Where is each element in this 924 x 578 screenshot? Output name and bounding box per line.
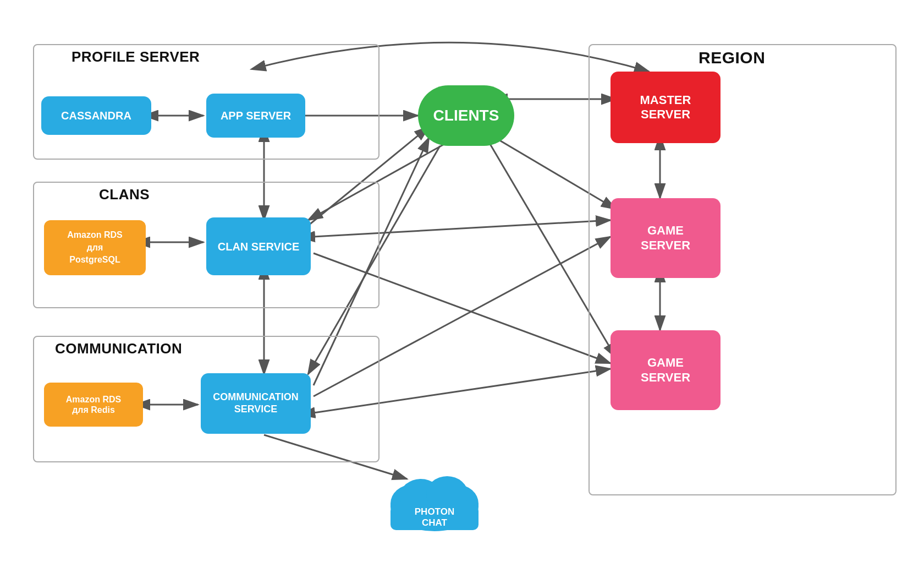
clan-service-node: CLAN SERVICE — [206, 217, 311, 275]
clans-title: CLANS — [99, 186, 150, 203]
profile-server-title: PROFILE SERVER — [72, 48, 200, 66]
app-server-node: APP SERVER — [206, 94, 305, 138]
svg-text:PHOTON: PHOTON — [415, 506, 454, 517]
amazon-rds-redis-node: Amazon RDS для Redis — [44, 383, 143, 427]
amazon-rds-postgres-node: Amazon RDS для PostgreSQL — [44, 220, 146, 275]
game-server-1-node: GAME SERVER — [610, 198, 721, 278]
game-server-2-node: GAME SERVER — [610, 330, 721, 410]
region-title: REGION — [698, 48, 765, 67]
clients-node: CLIENTS — [418, 85, 514, 146]
photon-chat-node: PHOTON CHAT — [382, 462, 487, 539]
svg-text:CHAT: CHAT — [422, 517, 448, 528]
communication-title: COMMUNICATION — [55, 340, 182, 357]
master-server-node: MASTER SERVER — [610, 72, 721, 143]
communication-service-node: COMMUNICATION SERVICE — [201, 373, 311, 434]
diagram: PROFILE SERVER CLANS COMMUNICATION REGIO… — [0, 0, 924, 578]
cassandra-node: CASSANDRA — [41, 96, 151, 135]
